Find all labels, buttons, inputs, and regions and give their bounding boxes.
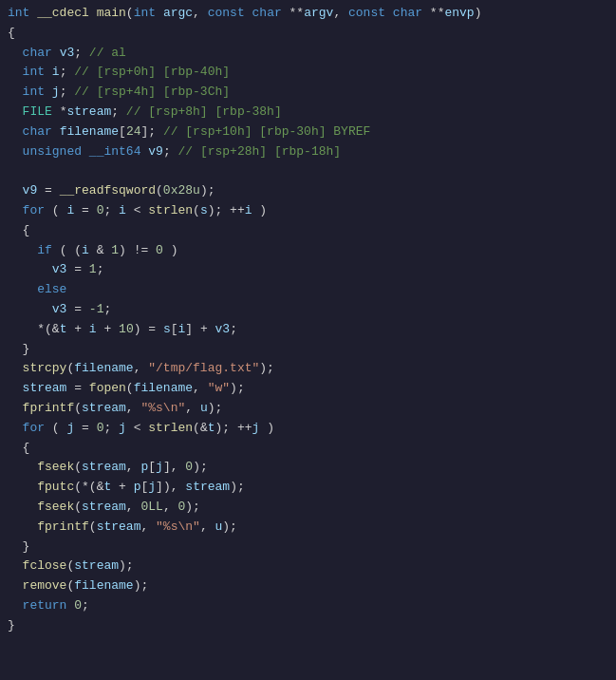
code-line-15: else xyxy=(0,280,616,300)
indent-17 xyxy=(8,320,37,340)
indent-14 xyxy=(8,260,52,280)
punc-27b: , xyxy=(140,518,156,538)
plain-22b: = xyxy=(74,419,96,439)
plain-6 xyxy=(385,4,393,24)
plain-16a: = xyxy=(66,300,88,320)
plain-13c: ) != xyxy=(119,241,156,261)
plain-17e: [ xyxy=(171,320,178,340)
code-line-5: int j ; // [rsp+4h] [rbp-3Ch] xyxy=(0,83,616,103)
punc-17a: & xyxy=(52,320,60,340)
var-j-22b: j xyxy=(119,419,126,439)
indent-7 xyxy=(8,123,23,142)
var-stream-20: stream xyxy=(23,379,67,399)
indent-18 xyxy=(8,340,23,360)
kw-return-31: return xyxy=(23,596,67,616)
punc-11b: ( xyxy=(193,201,200,221)
indent-25 xyxy=(8,478,37,498)
punc-3: , xyxy=(333,4,348,24)
plain-17b: + xyxy=(66,320,88,340)
keyword-char2: char xyxy=(393,4,422,24)
code-line-18: } xyxy=(0,340,616,360)
plain-17d: ) = xyxy=(134,320,163,340)
code-line-17: *( & t + i + 10 ) = s [ i ] + v3 ; xyxy=(0,320,616,340)
var-j: j xyxy=(52,83,60,103)
code-line-27: fprintf ( stream , "%s\n" , u ); xyxy=(0,518,616,538)
indent-20 xyxy=(8,379,23,399)
code-line-9 xyxy=(0,161,616,181)
kw-char-7: char xyxy=(23,123,52,142)
punc-open-12: { xyxy=(23,221,30,241)
punc-10b: ); xyxy=(200,181,215,201)
punc-20c: ); xyxy=(230,379,245,399)
num-0-26: 0 xyxy=(177,498,185,518)
punc-4: ) xyxy=(475,4,482,24)
punc-27a: ( xyxy=(89,518,97,538)
punc-2: , xyxy=(193,4,208,24)
code-line-21: fprintf ( stream , "%s\n" , u ); xyxy=(0,399,616,419)
code-line-28: } xyxy=(0,538,616,557)
code-line-8: unsigned __int64 v9 ; // [rsp+28h] [rbp-… xyxy=(0,142,616,162)
indent-31 xyxy=(8,596,23,616)
plain-17c: + xyxy=(97,320,119,340)
fn-fprintf-27: fprintf xyxy=(37,518,89,538)
plain-13b: & xyxy=(89,241,111,261)
plain-11b: = xyxy=(74,201,96,221)
fn-strlen-22: strlen xyxy=(148,419,193,439)
var-v3-17: v3 xyxy=(215,320,231,340)
plain-8a xyxy=(82,142,89,162)
plain-4a xyxy=(45,63,52,83)
code-line-20: stream = fopen ( filename , "w" ); xyxy=(0,379,616,399)
var-t-17: t xyxy=(60,320,67,340)
punc-7a: [ xyxy=(119,123,126,142)
punc-20a: ( xyxy=(126,379,134,399)
code-line-3: char v3 ; // al xyxy=(0,44,616,64)
punc-close-28: } xyxy=(23,538,30,557)
var-i-11b: i xyxy=(119,201,126,221)
indent-21 xyxy=(8,399,23,419)
keyword-char: char xyxy=(252,4,282,24)
punc-20b: , xyxy=(193,379,208,399)
punc-24b: , xyxy=(126,458,141,478)
var-i-17b: i xyxy=(178,320,186,340)
plain-5: ** xyxy=(282,4,304,24)
var-j-22: j xyxy=(66,419,74,439)
indent-6 xyxy=(8,103,23,123)
var-p-24: p xyxy=(140,458,148,478)
var-envp: envp xyxy=(444,4,474,24)
plain-22d: ) xyxy=(259,419,274,439)
var-stream-25: stream xyxy=(185,478,230,498)
punc-11a: ; xyxy=(103,201,119,221)
punc-21c: , xyxy=(185,399,200,419)
plain-3a xyxy=(52,44,60,64)
indent-19 xyxy=(8,359,23,379)
str-sn-27: "%s\n" xyxy=(156,518,200,538)
code-line-10: v9 = __readfsqword ( 0x28u ); xyxy=(0,181,616,201)
code-line-32: } xyxy=(0,616,616,636)
var-i-11: i xyxy=(66,201,74,221)
kw-else-15: else xyxy=(37,280,66,300)
num-0-11: 0 xyxy=(97,201,104,221)
num-1-13: 1 xyxy=(111,241,119,261)
num-0-24: 0 xyxy=(185,458,193,478)
num-24: 24 xyxy=(126,123,141,142)
punc-3a: ; xyxy=(74,44,89,64)
plain-7: ** xyxy=(422,4,444,24)
punc-10a: ( xyxy=(156,181,163,201)
var-filename: filename xyxy=(60,123,119,142)
plain-7a xyxy=(52,123,60,142)
code-container: int __cdecl main ( int argc , const char… xyxy=(0,0,616,640)
var-stream-29: stream xyxy=(74,557,119,576)
code-line-16: v3 = -1 ; xyxy=(0,300,616,320)
punc-27c: , xyxy=(200,518,215,538)
code-line-6: FILE * stream ; // [rsp+8h] [rbp-38h] xyxy=(0,103,616,123)
var-argv: argv xyxy=(304,4,333,24)
plain-14a: = xyxy=(66,260,88,280)
fn-readfsqword: __readfsqword xyxy=(60,181,156,201)
code-line-24: fseek ( stream , p [ j ], 0 ); xyxy=(0,458,616,478)
var-u-21: u xyxy=(200,399,208,419)
code-line-26: fseek ( stream , 0LL , 0 ); xyxy=(0,498,616,518)
var-i-11c: i xyxy=(245,201,252,221)
var-s-11: s xyxy=(200,201,208,221)
plain-13d: ) xyxy=(163,241,178,261)
indent-16 xyxy=(8,300,52,320)
